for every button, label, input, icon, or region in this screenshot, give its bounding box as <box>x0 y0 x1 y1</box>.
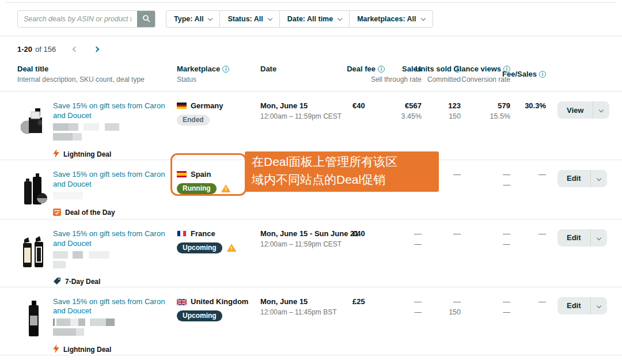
actions-cell: Edit <box>546 229 607 247</box>
actions-cell: Edit <box>546 297 607 314</box>
date-header-label: Date <box>260 65 348 73</box>
conversion-rate-value: — <box>503 308 511 316</box>
redacted-description <box>53 251 169 259</box>
info-icon[interactable] <box>378 66 385 73</box>
deal-fee-cell: £25 <box>348 297 385 306</box>
filter-toolbar: Type: All Status: All Date: All time Mar… <box>17 10 605 28</box>
united-kingdom-flag-icon <box>177 298 187 305</box>
deal-type-label: Lightning Deal <box>63 346 111 354</box>
deal-title-link[interactable]: Save 15% on gift sets from Caron and Dou… <box>53 170 169 189</box>
chevron-down-icon <box>599 108 604 112</box>
country-label: Germany <box>191 101 223 110</box>
units-sold-value: 123 <box>448 101 461 110</box>
fee-sales-cell: — <box>510 229 546 238</box>
edit-button[interactable]: Edit <box>557 170 590 187</box>
actions-cell: Edit <box>546 170 607 187</box>
search-button[interactable] <box>137 11 155 27</box>
deal-type: Lightning Deal <box>53 344 169 355</box>
glance-views-header-label: Glance views <box>454 65 501 73</box>
info-icon[interactable] <box>222 66 229 73</box>
filter-type[interactable]: Type: All <box>166 11 220 27</box>
column-header-deal-fee: Deal fee <box>348 65 385 73</box>
deal-type-label: Lightning Deal <box>63 150 111 158</box>
actions-cell: View <box>546 101 609 119</box>
results-next-button[interactable] <box>94 47 98 51</box>
units-sold-cell: — <box>422 170 461 181</box>
glance-views-cell: — — <box>461 297 510 316</box>
date-line2: 12:00am – 11:45pm BST <box>260 308 348 316</box>
edit-button[interactable]: Edit <box>557 297 590 314</box>
fee-sales-value: — <box>538 297 546 306</box>
date-cell: Mon, June 15 12:00am – 11:45pm BST <box>260 297 348 316</box>
spain-flag-icon <box>177 171 187 177</box>
country-label: Spain <box>191 170 211 179</box>
filter-date[interactable]: Date: All time <box>280 11 350 27</box>
info-icon[interactable] <box>539 71 546 78</box>
deal-title-link[interactable]: Save 15% on gift sets from Caron and Dou… <box>53 101 169 121</box>
units-sold-value: — <box>453 170 461 179</box>
deal-title-cell: Save 15% on gift sets from Caron and Dou… <box>53 170 177 218</box>
lightning-icon <box>53 344 59 355</box>
deal-type: 7-Day Deal <box>53 277 169 287</box>
filter-group: Type: All Status: All Date: All time Mar… <box>166 10 433 28</box>
table-header: Deal title Internal description, SKU cou… <box>0 65 622 92</box>
warning-triangle-icon <box>227 244 237 252</box>
warning-triangle-icon <box>221 184 231 192</box>
view-button[interactable]: View <box>557 101 593 119</box>
redacted-description <box>53 261 169 268</box>
date-cell <box>260 170 348 172</box>
glance-views-value: — <box>503 297 510 306</box>
results-prev-button[interactable] <box>73 47 77 51</box>
chevron-down-icon <box>596 303 601 308</box>
chevron-down-icon <box>268 16 272 20</box>
product-thumbnail <box>21 171 53 214</box>
filter-status[interactable]: Status: All <box>220 11 279 27</box>
sell-through-rate-value: — <box>415 308 422 316</box>
deal-fee-header-label: Deal fee <box>347 65 376 73</box>
search-icon <box>142 14 150 24</box>
units-sold-value: — <box>453 229 461 238</box>
units-sold-cell: 123 150 <box>422 101 461 120</box>
action-dropdown-button[interactable] <box>593 101 609 119</box>
chevron-down-icon <box>337 16 342 20</box>
filter-date-label: Date: All time <box>287 15 333 23</box>
chevron-right-icon <box>94 47 100 52</box>
chevron-down-icon <box>596 176 601 181</box>
redacted-description <box>53 318 169 326</box>
action-dropdown-button[interactable] <box>590 170 607 187</box>
status-badge: Upcoming <box>177 242 222 253</box>
fee-sales-cell: — <box>510 297 546 306</box>
committed-value: 150 <box>449 112 461 120</box>
edit-button[interactable]: Edit <box>557 229 590 247</box>
date-line2: 12:00am – 11:59pm CEST <box>260 240 348 248</box>
search-input[interactable] <box>18 11 137 27</box>
date-line2: 12:00am – 11:59pm CEST <box>260 112 348 120</box>
sales-value: €567 <box>405 101 422 110</box>
units-sold-value: — <box>453 297 461 306</box>
date-line1: Mon, June 15 - Sun June 21 <box>260 229 348 238</box>
date-line1: Mon, June 15 <box>260 101 348 110</box>
redacted-description <box>53 123 169 131</box>
glance-views-value: — <box>503 170 510 179</box>
marketplace-header-label: Marketplace <box>177 65 220 73</box>
filter-marketplaces-label: Marketplaces: All <box>357 15 416 23</box>
product-thumbnail <box>21 230 53 274</box>
sales-cell <box>385 170 422 172</box>
top-divider <box>6 2 616 3</box>
product-thumbnail <box>21 298 53 342</box>
pagination-footer: Page of 8 Go 1 2 3 4 … 8 Results per pag… <box>17 355 605 364</box>
deal-title-link[interactable]: Save 15% on gift sets from Caron and Dou… <box>53 229 169 249</box>
date-line1: Mon, June 15 <box>260 297 348 306</box>
action-dropdown-button[interactable] <box>590 297 607 314</box>
deal-title-link[interactable]: Save 15% on gift sets from Caron and Dou… <box>53 297 169 317</box>
marketplace-cell: Spain Running <box>177 170 260 194</box>
country-label: United Kingdom <box>191 297 248 306</box>
tag-icon <box>53 277 61 287</box>
chevron-left-icon <box>73 47 78 52</box>
action-dropdown-button[interactable] <box>590 229 607 247</box>
filter-status-label: Status: All <box>227 15 263 23</box>
filter-marketplaces[interactable]: Marketplaces: All <box>350 11 432 27</box>
fee-sales-value: 30.3% <box>525 101 546 110</box>
status-badge: Running <box>177 183 217 194</box>
deal-type: Deal of the Day <box>53 208 169 218</box>
